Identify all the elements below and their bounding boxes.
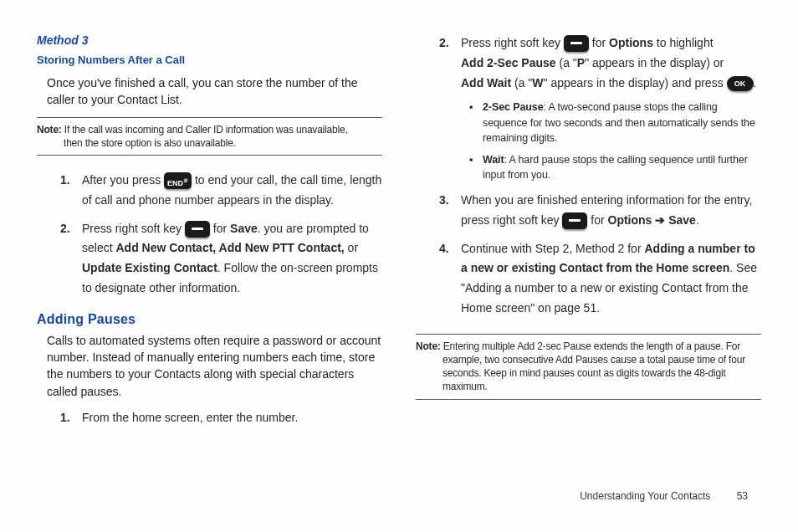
end-key-icon: END℗ [164, 172, 192, 189]
intro-paragraph: Once you've finished a call, you can sto… [47, 74, 382, 109]
addwait-label: Add Wait [461, 76, 511, 90]
note-r1: Entering multiple Add 2-sec Pause extend… [441, 340, 740, 352]
adding-pauses-heading: Adding Pauses [37, 312, 382, 327]
s3c: . [696, 213, 699, 227]
arrow-icon: ➔ [652, 213, 668, 227]
step-c2: Press right soft key for Options to high… [439, 33, 761, 182]
page-footer: Understanding Your Contacts 53 [580, 490, 748, 502]
bullet-wait: Wait: A hard pause stops the calling seq… [469, 152, 761, 182]
bullet-2sec: 2-Sec Pause: A two-second pause stops th… [469, 100, 761, 145]
s2f: (a " [511, 76, 532, 90]
note-box-right: Note: Entering multiple Add 2-sec Pause … [416, 334, 761, 400]
b2-label: Wait [483, 154, 504, 166]
left-column: Method 3 Storing Numbers After a Call On… [37, 33, 382, 437]
note-line2: then the store option is also unavailabl… [37, 136, 382, 150]
add2sec-label: Add 2-Sec Pause [461, 56, 556, 69]
pauses-paragraph: Calls to automated systems often require… [47, 332, 382, 400]
options-label: Options [609, 36, 653, 49]
step-c4: Continue with Step 2, Method 2 for Addin… [439, 239, 761, 319]
options-label: Add New Contact, Add New PTT Contact, [115, 241, 344, 254]
update-label: Update Existing Contact [82, 261, 217, 274]
save-label: Save [230, 222, 258, 235]
note-r4: maximum. [416, 380, 761, 393]
note-label: Note: [37, 124, 62, 136]
ok-key-icon: OK [727, 76, 754, 91]
note-text: Note: If the call was incoming and Calle… [37, 123, 382, 150]
method-title: Method 3 [37, 33, 382, 47]
steps-list-b: From the home screen, enter the number. [60, 408, 382, 428]
note-box: Note: If the call was incoming and Calle… [37, 117, 382, 156]
footer-section: Understanding Your Contacts [580, 490, 710, 502]
steps-list-c: Press right soft key for Options to high… [439, 33, 761, 319]
s4a: Continue with Step 2, Method 2 for [461, 242, 644, 255]
step1-text-a: After you press [82, 173, 164, 187]
s2a: Press right soft key [461, 36, 564, 49]
save-label: Save [668, 213, 696, 227]
b2-text: : A hard pause stops the calling sequenc… [483, 154, 748, 181]
step-b1: From the home screen, enter the number. [60, 408, 382, 428]
softkey-icon [185, 221, 210, 238]
steps-list-a: After you press END℗ to end your call, t… [60, 171, 382, 299]
step-2: Press right soft key for Save. you are p… [60, 219, 382, 299]
bullet-list: 2-Sec Pause: A two-second pause stops th… [469, 100, 761, 182]
subsection-title: Storing Numbers After a Call [37, 54, 382, 66]
s2c: to highlight [653, 36, 714, 49]
b1-label: 2-Sec Pause [483, 101, 544, 113]
note-r3: seconds. Keep in mind pauses count as di… [416, 366, 761, 380]
step-c3: When you are finished entering informati… [439, 191, 761, 231]
page-content: Method 3 Storing Numbers After a Call On… [0, 0, 798, 437]
s2d: (a " [556, 56, 577, 69]
s2e: " appears in the display) or [585, 56, 724, 69]
s3b: for [591, 213, 607, 227]
options-label: Options [608, 213, 652, 227]
note-label: Note: [416, 340, 441, 352]
page-number: 53 [737, 490, 748, 502]
or-text: or [345, 241, 358, 254]
s2b: for [592, 36, 609, 49]
step2-text-a: Press right soft key [82, 222, 185, 235]
note-text-right: Note: Entering multiple Add 2-sec Pause … [416, 340, 761, 394]
s2h: . [754, 76, 757, 90]
note-r2: example, two consecutive Add Pauses caus… [416, 353, 761, 366]
step-1: After you press END℗ to end your call, t… [60, 171, 382, 211]
p-label: P [577, 56, 585, 69]
softkey-icon [562, 212, 587, 229]
note-line1: If the call was incoming and Caller ID i… [62, 124, 348, 136]
softkey-icon [564, 35, 589, 52]
w-label: W [532, 76, 543, 90]
s2g: " appears in the display) and press [544, 76, 727, 90]
right-column: Press right soft key for Options to high… [416, 33, 761, 437]
step2-text-b: for [213, 222, 230, 235]
